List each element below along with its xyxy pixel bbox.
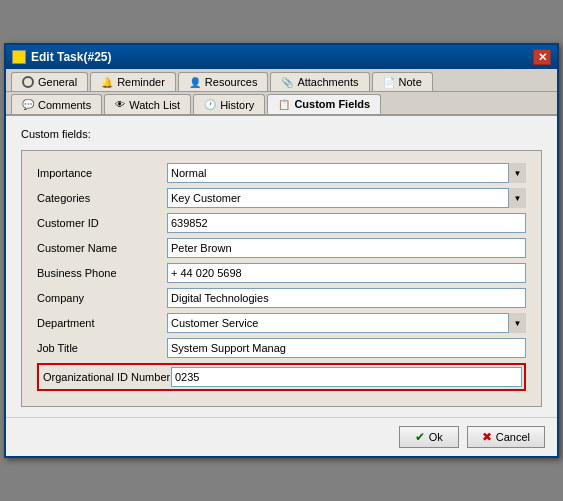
label-job-title: Job Title <box>37 342 167 354</box>
business-phone-input[interactable] <box>167 263 526 283</box>
tab-history[interactable]: 🕐 History <box>193 94 265 114</box>
fields-area: Importance Normal High Low ▼ Categories … <box>21 150 542 407</box>
title-bar-left: Edit Task(#25) <box>12 50 111 64</box>
bottom-bar: ✔ Ok ✖ Cancel <box>6 417 557 456</box>
tab-note-label: Note <box>399 76 422 88</box>
clip-icon: 📎 <box>281 77 293 88</box>
department-select-wrapper: Customer Service Sales IT ▼ <box>167 313 526 333</box>
tab-reminder-label: Reminder <box>117 76 165 88</box>
company-input[interactable] <box>167 288 526 308</box>
bell-icon: 🔔 <box>101 77 113 88</box>
circle-icon <box>22 76 34 88</box>
customer-name-input[interactable] <box>167 238 526 258</box>
content-area: Custom fields: Importance Normal High Lo… <box>6 116 557 417</box>
label-importance: Importance <box>37 167 167 179</box>
importance-select[interactable]: Normal High Low <box>167 163 526 183</box>
label-customer-id: Customer ID <box>37 217 167 229</box>
department-select[interactable]: Customer Service Sales IT <box>167 313 526 333</box>
window-title: Edit Task(#25) <box>31 50 111 64</box>
tab-attachments-label: Attachments <box>297 76 358 88</box>
tab-watchlist[interactable]: 👁 Watch List <box>104 94 191 114</box>
field-row-department: Department Customer Service Sales IT ▼ <box>37 313 526 333</box>
section-label: Custom fields: <box>21 128 542 140</box>
tab-resources[interactable]: 👤 Resources <box>178 72 269 91</box>
tabs-row2: 💬 Comments 👁 Watch List 🕐 History 📋 Cust… <box>6 92 557 116</box>
ok-label: Ok <box>429 431 443 443</box>
label-categories: Categories <box>37 192 167 204</box>
field-row-job-title: Job Title <box>37 338 526 358</box>
tab-custom-fields-label: Custom Fields <box>294 98 370 110</box>
job-title-input[interactable] <box>167 338 526 358</box>
tab-attachments[interactable]: 📎 Attachments <box>270 72 369 91</box>
clock-icon: 🕐 <box>204 99 216 110</box>
label-department: Department <box>37 317 167 329</box>
field-row-importance: Importance Normal High Low ▼ <box>37 163 526 183</box>
tab-general-label: General <box>38 76 77 88</box>
cancel-label: Cancel <box>496 431 530 443</box>
field-row-business-phone: Business Phone <box>37 263 526 283</box>
label-org-id: Organizational ID Number <box>41 371 171 383</box>
field-row-customer-name: Customer Name <box>37 238 526 258</box>
fields-icon: 📋 <box>278 99 290 110</box>
tab-general[interactable]: General <box>11 72 88 91</box>
window-icon <box>12 50 26 64</box>
tab-comments[interactable]: 💬 Comments <box>11 94 102 114</box>
title-bar: Edit Task(#25) ✕ <box>6 45 557 69</box>
customer-id-input[interactable] <box>167 213 526 233</box>
field-row-company: Company <box>37 288 526 308</box>
tab-resources-label: Resources <box>205 76 258 88</box>
person-icon: 👤 <box>189 77 201 88</box>
categories-select[interactable]: Key Customer Customer Partner <box>167 188 526 208</box>
cancel-icon: ✖ <box>482 430 492 444</box>
field-row-categories: Categories Key Customer Customer Partner… <box>37 188 526 208</box>
tab-custom-fields[interactable]: 📋 Custom Fields <box>267 94 381 114</box>
close-button[interactable]: ✕ <box>533 49 551 65</box>
tab-comments-label: Comments <box>38 99 91 111</box>
label-business-phone: Business Phone <box>37 267 167 279</box>
ok-icon: ✔ <box>415 430 425 444</box>
comment-icon: 💬 <box>22 99 34 110</box>
importance-select-wrapper: Normal High Low ▼ <box>167 163 526 183</box>
note-icon: 📄 <box>383 77 395 88</box>
eye-icon: 👁 <box>115 99 125 110</box>
label-customer-name: Customer Name <box>37 242 167 254</box>
tabs-row1: General 🔔 Reminder 👤 Resources 📎 Attachm… <box>6 69 557 92</box>
main-window: Edit Task(#25) ✕ General 🔔 Reminder 👤 Re… <box>4 43 559 458</box>
tab-note[interactable]: 📄 Note <box>372 72 433 91</box>
tab-history-label: History <box>220 99 254 111</box>
cancel-button[interactable]: ✖ Cancel <box>467 426 545 448</box>
categories-select-wrapper: Key Customer Customer Partner ▼ <box>167 188 526 208</box>
label-company: Company <box>37 292 167 304</box>
tab-reminder[interactable]: 🔔 Reminder <box>90 72 176 91</box>
org-id-input[interactable] <box>171 367 522 387</box>
field-row-org-id: Organizational ID Number <box>37 363 526 391</box>
tab-watchlist-label: Watch List <box>129 99 180 111</box>
field-row-customer-id: Customer ID <box>37 213 526 233</box>
ok-button[interactable]: ✔ Ok <box>399 426 459 448</box>
